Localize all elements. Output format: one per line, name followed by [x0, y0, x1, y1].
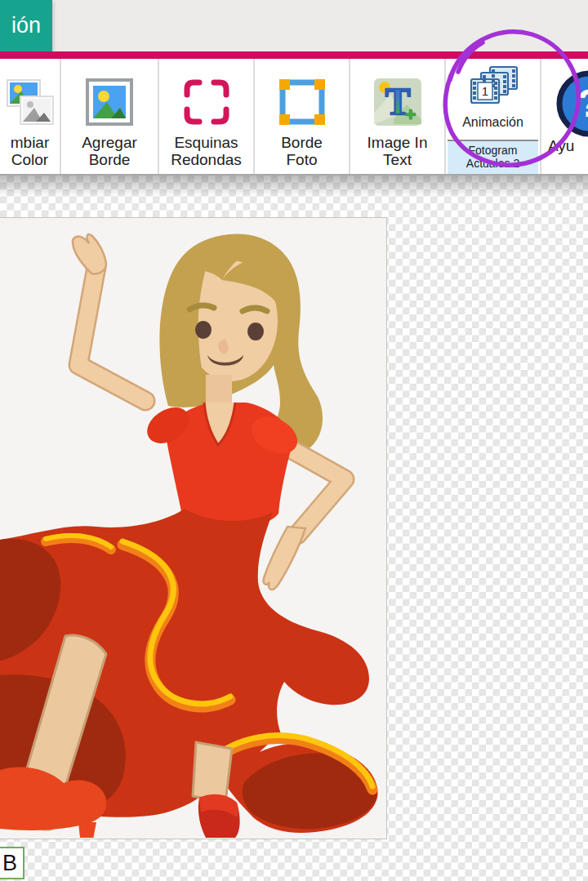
tab-label: ión: [11, 13, 41, 38]
editor-workspace: B: [0, 176, 588, 881]
toolbar: mbiar Color Agregar Borde: [0, 59, 588, 176]
image-in-text-icon: T: [372, 75, 423, 129]
button-label-line1: Agregar: [82, 134, 137, 151]
rounded-corners-icon: [181, 75, 232, 129]
letter-T-glyph: T: [385, 81, 410, 122]
toolbar-button-cambiar-color[interactable]: mbiar Color: [0, 59, 60, 174]
button-label-line2: Borde: [82, 151, 137, 168]
toolbar-button-image-in-text[interactable]: T Image In Text: [349, 59, 444, 174]
button-label: Ayu: [548, 137, 574, 155]
photo-border-icon: [277, 75, 327, 129]
toolbar-button-ayuda[interactable]: ? Ayu: [540, 59, 588, 174]
button-label-line1: Esquinas: [171, 134, 242, 151]
framed-photo-icon: [84, 75, 135, 129]
partial-frame-label: B: [2, 851, 17, 876]
partial-frame-button[interactable]: B: [0, 847, 24, 879]
button-label-line2: Text: [368, 151, 428, 168]
toolbar-button-borde-foto[interactable]: Borde Foto: [253, 59, 349, 174]
accent-bar: [0, 51, 588, 59]
badge-line1: Fotogram: [448, 144, 538, 157]
question-mark-glyph: ?: [577, 82, 588, 125]
tab-active[interactable]: ión: [0, 0, 52, 51]
button-label: Animación: [462, 115, 523, 130]
toolbar-button-animacion[interactable]: 1 Animación Fotogram Actuales 2: [444, 59, 540, 174]
button-label-line2: Redondas: [171, 151, 242, 168]
animation-frames-icon: 1: [467, 65, 519, 113]
help-icon: ?: [555, 69, 588, 142]
image-canvas[interactable]: [0, 217, 387, 839]
button-label-line2: Color: [11, 151, 50, 168]
badge-line2: Actuales 2: [448, 157, 538, 170]
overlapping-photos-icon: [5, 75, 56, 129]
button-label-line1: Image In: [368, 134, 428, 151]
button-label-line1: Borde: [281, 134, 323, 151]
button-label-line2: Foto: [281, 151, 323, 168]
frame-number: 1: [481, 84, 488, 98]
button-label-line1: mbiar: [11, 134, 50, 151]
current-frames-badge: Fotogram Actuales 2: [448, 140, 538, 174]
dancer-emoji-image: [0, 218, 385, 838]
toolbar-shadow: [0, 176, 588, 197]
app-header: ión: [0, 0, 588, 51]
toolbar-button-agregar-borde[interactable]: Agregar Borde: [60, 59, 158, 174]
toolbar-button-esquinas-redondas[interactable]: Esquinas Redondas: [158, 59, 253, 174]
